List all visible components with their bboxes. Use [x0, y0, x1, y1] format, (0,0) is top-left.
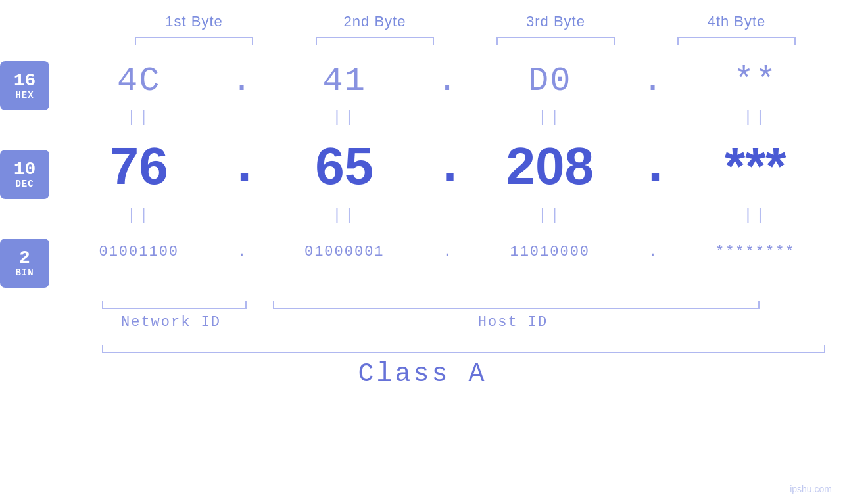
hex-b2-value: 41: [323, 62, 366, 101]
dec-b4-cell: ***: [666, 140, 846, 193]
data-rows: 4C . 41 . D0 . **: [49, 58, 845, 275]
bin-b3-value: 11010000: [510, 244, 590, 260]
bracket-seg-1: [104, 37, 285, 45]
hex-dot-3: .: [640, 62, 666, 101]
bin-dot-1: .: [229, 244, 255, 260]
hex-dot-2: .: [434, 62, 460, 101]
host-bracket: [273, 301, 760, 309]
bin-b4-value: ********: [715, 244, 796, 260]
hex-badge-number: 16: [14, 72, 36, 90]
bracket-seg-2: [285, 37, 466, 45]
dec-badge: 10 DEC: [0, 150, 49, 199]
network-host-labels: Network ID Host ID: [99, 314, 822, 331]
dec-dot-3: .: [640, 137, 666, 196]
dec-b3-cell: 208: [460, 140, 640, 193]
bin-b2-cell: 01000001: [255, 244, 435, 260]
hex-dot-3-char: .: [642, 62, 663, 101]
host-id-label: Host ID: [270, 314, 756, 331]
bin-b1-value: 01001100: [99, 244, 179, 260]
class-label-row: Class A: [0, 359, 845, 389]
bin-dot-3-char: .: [648, 244, 657, 260]
network-id-label: Network ID: [99, 314, 243, 331]
bracket-line-2: [316, 37, 434, 45]
bin-badge-label: BIN: [15, 267, 34, 278]
byte-header-4: 4th Byte: [646, 13, 827, 30]
class-bracket-line: [102, 345, 825, 353]
dec-dot-2: .: [434, 137, 460, 196]
sep-1-b1: ||: [49, 108, 229, 126]
sep-2-b3: ||: [460, 207, 640, 225]
bin-badge-number: 2: [19, 249, 30, 267]
hex-b4-cell: **: [666, 62, 846, 101]
network-bracket: [102, 301, 247, 309]
bin-dot-1-char: .: [237, 244, 246, 260]
sep-2-b2: ||: [255, 207, 435, 225]
sep-2-b4: ||: [666, 207, 846, 225]
bottom-brackets-row: [102, 301, 825, 309]
byte-header-1: 1st Byte: [104, 13, 285, 30]
bin-b2-value: 01000001: [304, 244, 385, 260]
top-brackets: [104, 37, 827, 45]
hex-badge-label: HEX: [15, 90, 34, 101]
sep-row-2: || || || ||: [49, 202, 845, 229]
hex-badge: 16 HEX: [0, 61, 49, 110]
bracket-seg-3: [466, 37, 646, 45]
byte-headers-row: 1st Byte 2nd Byte 3rd Byte 4th Byte: [104, 13, 827, 30]
badges-column: 16 HEX 10 DEC 2 BIN: [0, 58, 49, 294]
dec-b2-value: 65: [315, 137, 374, 195]
bottom-section: Network ID Host ID Class A: [0, 301, 845, 389]
bin-badge: 2 BIN: [0, 239, 49, 288]
dec-b2-cell: 65: [255, 140, 435, 193]
bin-b1-cell: 01001100: [49, 244, 229, 260]
hex-b3-cell: D0: [460, 62, 640, 101]
hex-dot-2-char: .: [437, 62, 457, 101]
hex-dot-1: .: [229, 62, 255, 101]
class-a-label: Class A: [358, 359, 487, 389]
bin-dot-2-char: .: [443, 244, 451, 260]
dec-b3-value: 208: [506, 137, 594, 195]
bracket-line-1: [135, 37, 253, 45]
bracket-line-4: [677, 37, 796, 45]
class-bracket-row: [102, 345, 825, 353]
bin-row: 01001100 . 01000001 . 11010000 .: [49, 229, 845, 275]
hex-b2-cell: 41: [255, 62, 435, 101]
bin-b4-cell: ********: [666, 244, 846, 260]
main-data-area: 16 HEX 10 DEC 2 BIN 4C .: [0, 58, 845, 294]
hex-b1-cell: 4C: [49, 62, 229, 101]
sep-row-1: || || || ||: [49, 104, 845, 130]
dec-b1-cell: 76: [49, 140, 229, 193]
byte-header-2: 2nd Byte: [285, 13, 466, 30]
sep-1-b4: ||: [666, 108, 846, 126]
dec-b1-value: 76: [110, 137, 168, 195]
bracket-seg-4: [646, 37, 827, 45]
hex-row: 4C . 41 . D0 . **: [49, 58, 845, 104]
dec-dot-1: .: [229, 137, 255, 196]
hex-b4-value: **: [734, 62, 777, 101]
dec-row: 76 . 65 . 208 . ***: [49, 130, 845, 202]
bracket-line-3: [496, 37, 615, 45]
byte-header-3: 3rd Byte: [466, 13, 646, 30]
main-container: 1st Byte 2nd Byte 3rd Byte 4th Byte 16 H…: [0, 0, 845, 504]
dec-b4-value: ***: [725, 137, 786, 195]
bin-dot-3: .: [640, 244, 666, 260]
bin-dot-2: .: [434, 244, 460, 260]
sep-1-b2: ||: [255, 108, 435, 126]
sep-2-b1: ||: [49, 207, 229, 225]
hex-b3-value: D0: [528, 62, 571, 101]
hex-dot-1-char: .: [231, 62, 252, 101]
dec-badge-label: DEC: [15, 179, 34, 189]
watermark: ipshu.com: [790, 484, 832, 494]
hex-b1-value: 4C: [117, 62, 160, 101]
bin-b3-cell: 11010000: [460, 244, 640, 260]
dec-badge-number: 10: [14, 160, 36, 179]
sep-1-b3: ||: [460, 108, 640, 126]
